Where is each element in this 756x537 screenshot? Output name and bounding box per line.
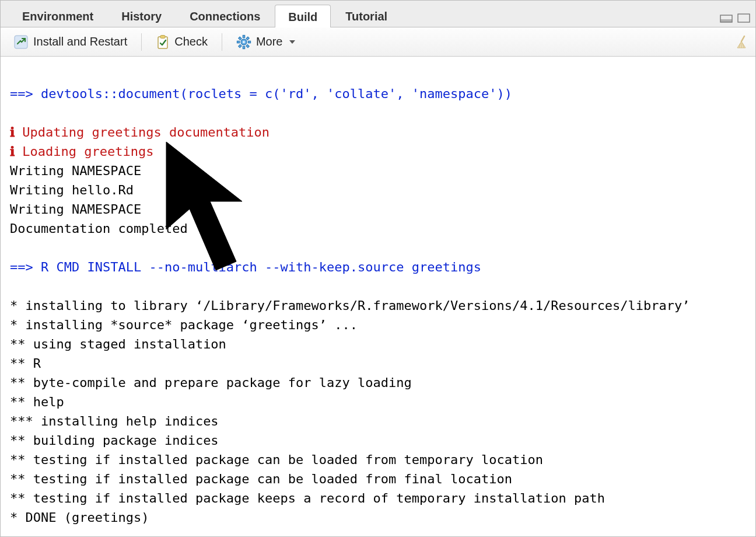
toolbar-separator — [141, 33, 142, 51]
svg-rect-5 — [160, 35, 165, 38]
svg-rect-9 — [248, 41, 250, 43]
svg-rect-10 — [237, 41, 239, 43]
tab-history[interactable]: History — [108, 4, 175, 27]
svg-rect-2 — [738, 14, 750, 22]
console-line: ** testing if installed package can be l… — [10, 472, 512, 486]
console-prompt: ==> — [10, 260, 41, 274]
chevron-down-icon — [289, 40, 295, 44]
console-line: Writing hello.Rd — [10, 183, 134, 197]
svg-marker-16 — [166, 142, 242, 270]
svg-rect-8 — [243, 46, 244, 48]
check-button[interactable]: Check — [149, 31, 215, 53]
svg-rect-13 — [246, 44, 249, 47]
svg-rect-11 — [246, 37, 249, 40]
console-line: ** testing if installed package keeps a … — [10, 491, 605, 505]
console-line: ** byte-compile and prepare package for … — [10, 375, 412, 390]
gear-icon — [236, 34, 251, 50]
console-line: Documentation completed — [10, 221, 188, 236]
install-restart-button[interactable]: Install and Restart — [6, 31, 134, 53]
tab-tutorial[interactable]: Tutorial — [332, 4, 401, 27]
console-line: ** help — [10, 395, 64, 409]
install-restart-label: Install and Restart — [33, 35, 127, 48]
build-toolbar: Install and Restart Check — [1, 27, 755, 57]
console-line: ** R — [10, 356, 41, 371]
console-line: ** using staged installation — [10, 337, 226, 351]
pane-window-controls — [719, 13, 751, 27]
svg-rect-12 — [239, 44, 242, 47]
console-command: R CMD INSTALL --no-multiarch --with-keep… — [41, 260, 481, 274]
console-info: Updating greetings documentation — [22, 125, 270, 140]
pane-tabs: Environment History Connections Build Tu… — [1, 1, 755, 27]
console-line: *** installing help indices — [10, 414, 219, 428]
svg-point-15 — [243, 41, 245, 43]
more-button[interactable]: More — [229, 31, 303, 53]
svg-rect-14 — [239, 37, 242, 40]
console-info: Loading greetings — [22, 144, 153, 159]
check-label: Check — [174, 35, 208, 48]
build-console-output[interactable]: ==> devtools::document(roclets = c('rd',… — [1, 57, 755, 536]
more-label: More — [256, 35, 283, 48]
console-line: Writing NAMESPACE — [10, 163, 141, 178]
console-line: * installing *source* package ‘greetings… — [10, 318, 358, 332]
maximize-pane-icon[interactable] — [737, 13, 751, 23]
console-line: * DONE (greetings) — [10, 510, 149, 525]
build-pane: Environment History Connections Build Tu… — [0, 0, 756, 537]
console-line: ** building package indices — [10, 433, 219, 448]
tab-environment[interactable]: Environment — [9, 4, 107, 27]
clipboard-check-icon — [156, 34, 170, 50]
minimize-pane-icon[interactable] — [719, 13, 733, 23]
broom-icon — [734, 34, 750, 50]
toolbar-separator — [222, 33, 222, 51]
svg-rect-7 — [243, 35, 244, 37]
console-command: devtools::document(roclets = c('rd', 'co… — [41, 86, 512, 101]
tab-connections[interactable]: Connections — [176, 4, 274, 27]
install-restart-icon — [13, 34, 29, 50]
console-line: * installing to library ‘/Library/Framew… — [10, 298, 690, 313]
clear-output-button[interactable] — [734, 34, 750, 50]
console-prompt: ==> — [10, 86, 41, 101]
console-line: ** testing if installed package can be l… — [10, 452, 543, 467]
svg-rect-1 — [720, 19, 732, 22]
console-line: Writing NAMESPACE — [10, 202, 141, 217]
tab-build[interactable]: Build — [275, 5, 331, 27]
